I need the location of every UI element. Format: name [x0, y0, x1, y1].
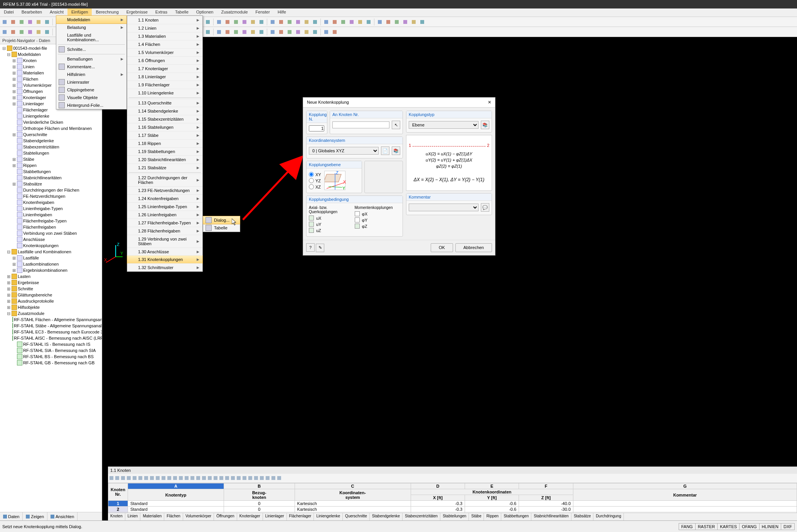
toolbar-button-26[interactable] — [232, 18, 240, 26]
tree-item-16[interactable]: ⊞Stäbe — [1, 156, 101, 162]
menu2-item-26[interactable]: 1.27 Flächenfreigabe-Typen▶ — [127, 219, 202, 227]
status-cell-kartes[interactable]: KARTES — [717, 523, 740, 530]
tree-lf-1[interactable]: ⊞Lastkombinationen — [1, 261, 101, 267]
tree-module-7[interactable]: RF-STAHL GB - Bemessung nach GB — [1, 360, 101, 366]
tree-rest-0[interactable]: ⊞Lasten — [1, 273, 101, 279]
tree-item-14[interactable]: Stabexzentrizitäten — [1, 144, 101, 150]
cancel-button[interactable]: Abbrechen — [455, 243, 492, 252]
uz-check[interactable]: uZ — [309, 228, 355, 233]
menu2-item-17[interactable]: 1.19 Stabbettungen▶ — [127, 147, 202, 155]
table-tab-0[interactable]: Knoten — [108, 513, 125, 520]
tree-module-6[interactable]: RF-STAHL BS - Bemessung nach BS — [1, 354, 101, 360]
status-cell-ofang[interactable]: OFANG — [739, 523, 760, 530]
toolbar-button-36[interactable] — [322, 18, 330, 26]
an-knoten-input[interactable] — [332, 121, 389, 128]
table-tab-16[interactable]: Stabbettungen — [501, 513, 531, 520]
tree-item-30[interactable]: Knotenkopplungen — [1, 242, 101, 249]
menu2-item-25[interactable]: 1.26 Linienfreigaben▶ — [127, 210, 202, 219]
menu2-item-19[interactable]: 1.21 Stabsätze▶ — [127, 163, 202, 172]
tree-item-18[interactable]: Stabbettungen — [1, 168, 101, 175]
status-cell-raster[interactable]: RASTER — [695, 523, 718, 530]
tree-lastfaelle[interactable]: ⊟Lastfälle und Kombinationen — [1, 249, 101, 255]
tree-item-10[interactable]: Veränderliche Dicken — [1, 119, 101, 125]
toolbar-button-25[interactable] — [224, 28, 231, 36]
menu-fenster[interactable]: Fenster — [252, 8, 274, 17]
details-button[interactable]: ✎ — [316, 244, 324, 252]
menu2-item-4[interactable]: 1.5 Volumenkörper▶ — [127, 48, 202, 56]
menu2-item-5[interactable]: 1.6 Öffnungen▶ — [127, 56, 202, 64]
menu2-item-16[interactable]: 1.18 Rippen▶ — [127, 139, 202, 147]
tree-module-0[interactable]: RF-STAHL Flächen - Allgemeine Spannungsa… — [1, 317, 101, 323]
tree-item-28[interactable]: Verbindung von zwei Stäben — [1, 230, 101, 236]
table-tab-19[interactable]: Durchdringung — [593, 513, 624, 520]
tree-rest-4[interactable]: ⊞Ausdruckprotokolle — [1, 298, 101, 304]
table-tool-20[interactable] — [224, 475, 230, 481]
table-row[interactable]: 1Standard0Kartesisch-0.3-0.6-40.0 — [108, 501, 797, 507]
table-tab-9[interactable]: Liniengelenke — [314, 513, 343, 520]
menu-zusatzmodule[interactable]: Zusatzmodule — [217, 8, 252, 17]
menu1-item-11[interactable]: Visuelle Objekte — [56, 94, 126, 101]
tree-item-24[interactable]: Linienfreigabe-Typen — [1, 205, 101, 212]
table-tool-28[interactable] — [271, 475, 276, 481]
phiz-check[interactable]: φZ — [355, 224, 401, 229]
table-tool-18[interactable] — [213, 475, 218, 481]
menu2-item-0[interactable]: 1.1 Knoten▶ — [127, 16, 202, 24]
toolbar-button-27[interactable] — [241, 18, 248, 26]
table-tool-22[interactable] — [236, 475, 241, 481]
menu2-item-18[interactable]: 1.20 Stabnichtlinearitäten▶ — [127, 155, 202, 163]
toolbar-button-32[interactable] — [286, 28, 293, 36]
plane-yz-radio[interactable]: YZ — [309, 178, 321, 183]
ok-button[interactable]: OK — [431, 243, 453, 252]
tree-item-19[interactable]: Stabnichtlinearitäten — [1, 175, 101, 181]
toolbar-button-28[interactable] — [249, 18, 257, 26]
table-tab-5[interactable]: Öffnungen — [214, 513, 237, 520]
table-tool-3[interactable] — [126, 475, 131, 481]
toolbar-button-40[interactable] — [356, 18, 364, 26]
table-tool-6[interactable] — [143, 475, 149, 481]
menu2-item-6[interactable]: 1.7 Knotenlager▶ — [127, 64, 202, 72]
tree-item-25[interactable]: Linienfreigaben — [1, 212, 101, 218]
kommentar-apply-button[interactable]: 💬 — [481, 203, 489, 212]
toolbar-button-28[interactable] — [249, 28, 257, 36]
toolbar-button-43[interactable] — [384, 18, 392, 26]
menu2-item-27[interactable]: 1.28 Flächenfreigaben▶ — [127, 227, 202, 235]
table-tab-17[interactable]: Stabnichtlinearitäten — [531, 513, 571, 520]
menu3-item-1[interactable]: Tabelle — [203, 224, 240, 232]
tree-rest-1[interactable]: ⊞Ergebnisse — [1, 279, 101, 286]
phiy-check[interactable]: φY — [355, 217, 401, 222]
toolbar-button-46[interactable] — [410, 18, 418, 26]
table-tab-14[interactable]: Stäbe — [469, 513, 484, 520]
nav-tab-ansichten[interactable]: Ansichten — [47, 512, 78, 520]
toolbar-button-44[interactable] — [393, 18, 401, 26]
menu2-item-15[interactable]: 1.17 Stäbe▶ — [127, 131, 202, 139]
toolbar-button-1[interactable] — [9, 28, 17, 36]
toolbar-button-35[interactable] — [311, 18, 319, 26]
menu1-item-2[interactable]: Lastfälle und Kombinationen... — [56, 31, 126, 44]
table-tool-23[interactable] — [242, 475, 247, 481]
table-tool-27[interactable] — [265, 475, 270, 481]
toolbar-button-29[interactable] — [258, 18, 265, 26]
menu2-item-21[interactable]: 1.22 Durchdringungen der Flächen▶ — [127, 173, 202, 186]
tree-module-5[interactable]: RF-STAHL SIA - Bemessung nach SIA — [1, 347, 101, 354]
table-tab-7[interactable]: Linienlager — [263, 513, 287, 520]
toolbar-button-34[interactable] — [303, 18, 310, 26]
tree-item-12[interactable]: ⊞Querschnitte — [1, 131, 101, 138]
table-tool-8[interactable] — [155, 475, 160, 481]
toolbar-button-0[interactable] — [1, 18, 8, 26]
menu2-item-29[interactable]: 1.30 Anschlüsse▶ — [127, 247, 202, 256]
toolbar-button-30[interactable] — [269, 28, 276, 36]
tree-item-15[interactable]: Stabteilungen — [1, 150, 101, 156]
cs-lib-button[interactable]: 📚 — [392, 146, 400, 155]
menu-datei[interactable]: Datei — [0, 8, 18, 17]
menu2-item-12[interactable]: 1.14 Stabendgelenke▶ — [127, 107, 202, 115]
menu2-item-22[interactable]: 1.23 FE-Netzverdichtungen▶ — [127, 186, 202, 194]
toolbar-button-31[interactable] — [277, 28, 285, 36]
toolbar-button-33[interactable] — [294, 28, 302, 36]
table-tool-24[interactable] — [248, 475, 253, 481]
table-tool-15[interactable] — [195, 475, 201, 481]
status-cell-hlinien[interactable]: HLINIEN — [759, 523, 781, 530]
toolbar-button-34[interactable] — [303, 28, 310, 36]
menu2-item-23[interactable]: 1.24 Knotenfreigaben▶ — [127, 194, 202, 202]
menu2-item-9[interactable]: 1.10 Liniengelenke▶ — [127, 89, 202, 97]
navigator-tree[interactable]: ⊟001543-model-file⊟Modelldaten⊞Knoten⊞Li… — [0, 44, 102, 512]
